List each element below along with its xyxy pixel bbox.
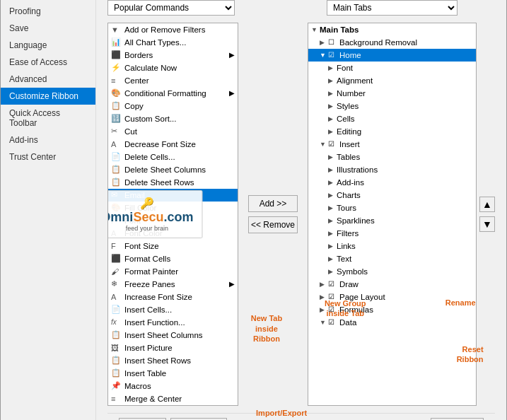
- number-expand: ▶: [328, 90, 335, 97]
- tree-draw[interactable]: ▶ ☑ Draw: [308, 278, 476, 291]
- tree-editing[interactable]: ▶ Editing: [308, 125, 476, 138]
- cmd-calculate-now[interactable]: ⚡ Calculate Now: [108, 62, 238, 74]
- font-expand: ▶: [328, 64, 335, 71]
- cmd-delete-sheet-rows[interactable]: 📋 Delete Sheet Rows: [108, 176, 238, 189]
- tree-addins[interactable]: ▶ Add-ins: [308, 176, 476, 189]
- tree-filters[interactable]: ▶ Filters: [308, 227, 476, 240]
- cmd-macros[interactable]: 📌 Macros: [108, 380, 238, 392]
- tree-insert[interactable]: ▼ ☑ Insert: [308, 138, 476, 151]
- tree-data[interactable]: ▼ ☑ Data: [308, 316, 476, 329]
- popular-commands-select[interactable]: Popular Commands: [107, 0, 235, 16]
- cmd-conditional-formatting[interactable]: 🎨 Conditional Formatting ▶: [108, 87, 238, 100]
- dialog-body: General Formulas Data Proofing Save Lang…: [1, 0, 506, 420]
- cmd-delete-cells[interactable]: 📄 Delete Cells...: [108, 151, 238, 163]
- draw-checkbox: ☑: [328, 280, 338, 288]
- commands-list-box[interactable]: 🔑 OmniSecu.com feed your brain ▼ Add or …: [107, 23, 238, 406]
- sidebar-item-customize[interactable]: Customize Ribbon: [1, 88, 95, 105]
- cmd-custom-sort[interactable]: 🔢 Custom Sort...: [108, 112, 238, 125]
- cmd-increase-font[interactable]: A Increase Font Size: [108, 291, 238, 303]
- rename-button[interactable]: Rename...: [431, 418, 484, 421]
- cmd-delete-sheet-cols[interactable]: 📋 Delete Sheet Columns: [108, 163, 238, 176]
- bg-checkbox: ☐: [328, 38, 338, 46]
- tree-main-tabs[interactable]: ▼ Main Tabs: [308, 23, 476, 36]
- cmd-borders[interactable]: ⬛ Borders ▶: [108, 49, 238, 62]
- sidebar-item-ease[interactable]: Ease of Access: [1, 54, 95, 71]
- main-tabs-select[interactable]: Main Tabs: [327, 0, 458, 16]
- new-tab-button[interactable]: New Tab: [119, 418, 166, 421]
- new-group-button[interactable]: New Group: [170, 418, 227, 421]
- cmd-insert-function[interactable]: fx Insert Function...: [108, 316, 238, 329]
- cells-expand: ▶: [328, 115, 335, 122]
- cmd-merge-center[interactable]: ≡ Merge & Center: [108, 392, 238, 405]
- sparklines-expand: ▶: [328, 217, 335, 224]
- borders-icon: ⬛: [111, 50, 122, 59]
- cmd-insert-cells[interactable]: 📄 Insert Cells...: [108, 303, 238, 316]
- home-expand: ▼: [320, 52, 327, 59]
- tree-charts[interactable]: ▶ Charts: [308, 189, 476, 202]
- tree-sparklines[interactable]: ▶ Sparklines: [308, 214, 476, 227]
- tree-bg-removal[interactable]: ▶ ☐ Background Removal: [308, 36, 476, 49]
- cmd-all-chart-types[interactable]: 📊 All Chart Types...: [108, 36, 238, 49]
- tree-cells[interactable]: ▶ Cells: [308, 112, 476, 125]
- remove-button[interactable]: << Remove: [248, 216, 298, 233]
- insert-expand: ▼: [320, 141, 327, 148]
- tree-styles[interactable]: ▶ Styles: [308, 100, 476, 112]
- sidebar-item-save[interactable]: Save: [1, 20, 95, 37]
- sidebar: General Formulas Data Proofing Save Lang…: [1, 0, 96, 420]
- cmd-email[interactable]: ✉ Email: [108, 189, 238, 202]
- format-cells-icon: ⬛: [111, 254, 122, 263]
- cmd-insert-table[interactable]: 📋 Insert Table: [108, 367, 238, 380]
- tree-number[interactable]: ▶ Number: [308, 87, 476, 100]
- tree-page-layout[interactable]: ▶ ☑ Page Layout: [308, 291, 476, 303]
- styles-expand: ▶: [328, 103, 335, 110]
- sidebar-item-proofing[interactable]: Proofing: [1, 3, 95, 20]
- del-cols-icon: 📋: [111, 165, 122, 174]
- cmd-font-size[interactable]: F Font Size: [108, 240, 238, 252]
- tree-tours[interactable]: ▶ Tours: [308, 202, 476, 214]
- tree-alignment[interactable]: ▶ Alignment: [308, 74, 476, 87]
- sidebar-item-advanced[interactable]: Advanced: [1, 71, 95, 88]
- add-button[interactable]: Add >>: [248, 195, 298, 212]
- formulas-checkbox: ☑: [328, 305, 338, 313]
- inc-font-icon: A: [111, 293, 122, 301]
- tree-font[interactable]: ▶ Font: [308, 62, 476, 74]
- chart-icon: 📊: [111, 37, 122, 47]
- cmd-font[interactable]: F Font: [108, 214, 238, 227]
- cmd-font-color[interactable]: A Font Color: [108, 227, 238, 240]
- ribbon-tree-col: ▼ Main Tabs ▶ ☐ Background Removal ▼ ☑: [308, 23, 477, 406]
- sidebar-item-qat[interactable]: Quick Access Toolbar: [1, 105, 95, 132]
- cmd-fill-color[interactable]: 🎨 Fill Color: [108, 202, 238, 214]
- cmd-freeze-panes[interactable]: ❄ Freeze Panes ▶: [108, 278, 238, 291]
- tree-formulas[interactable]: ▶ ☑ Formulas: [308, 303, 476, 316]
- filter-icon: ▼: [111, 25, 122, 34]
- tree-home[interactable]: ▼ ☑ Home: [308, 49, 476, 62]
- cmd-copy[interactable]: 📋 Copy: [108, 100, 238, 112]
- main-content: 🎛 Customize the Ribbon. Choose commands …: [96, 0, 506, 420]
- sidebar-item-addins[interactable]: Add-ins: [1, 132, 95, 148]
- cmd-insert-sheet-cols[interactable]: 📋 Insert Sheet Columns: [108, 329, 238, 342]
- tree-links[interactable]: ▶ Links: [308, 240, 476, 252]
- tree-symbols[interactable]: ▶ Symbols: [308, 265, 476, 278]
- tree-illustrations[interactable]: ▶ Illustrations: [308, 163, 476, 176]
- format-painter-icon: 🖌: [111, 267, 122, 276]
- sidebar-item-language[interactable]: Language: [1, 37, 95, 54]
- cmd-decrease-font[interactable]: A Decrease Font Size: [108, 138, 238, 151]
- tree-text[interactable]: ▶ Text: [308, 252, 476, 265]
- del-cells-icon: 📄: [111, 152, 122, 161]
- calc-icon: ⚡: [111, 63, 122, 72]
- sidebar-item-trust[interactable]: Trust Center: [1, 148, 95, 165]
- cmd-add-remove-filters[interactable]: ▼ Add or Remove Filters: [108, 23, 238, 36]
- cmd-center[interactable]: ≡ Center: [108, 74, 238, 87]
- ribbon-tree-box[interactable]: ▼ Main Tabs ▶ ☐ Background Removal ▼ ☑: [308, 23, 477, 406]
- cmd-cut[interactable]: ✂ Cut: [108, 125, 238, 138]
- cmd-insert-sheet-rows[interactable]: 📋 Insert Sheet Rows: [108, 354, 238, 367]
- ins-func-icon: fx: [111, 318, 122, 326]
- right-controls: ▲ ▼: [479, 23, 495, 406]
- cmd-format-painter[interactable]: 🖌 Format Painter: [108, 265, 238, 278]
- move-up-button[interactable]: ▲: [479, 197, 495, 212]
- tree-tables[interactable]: ▶ Tables: [308, 151, 476, 163]
- cmd-insert-picture[interactable]: 🖼 Insert Picture: [108, 342, 238, 354]
- cmd-format-cells[interactable]: ⬛ Format Cells: [108, 252, 238, 265]
- move-down-button[interactable]: ▼: [479, 216, 495, 232]
- dec-font-icon: A: [111, 140, 122, 148]
